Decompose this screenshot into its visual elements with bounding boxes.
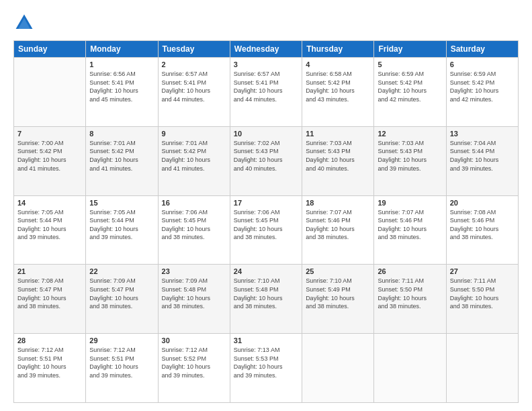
daylight-text: Daylight: 10 hoursand 39 minutes. xyxy=(17,225,82,242)
day-number: 3 xyxy=(234,60,298,68)
calendar-cell: 16Sunrise: 7:06 AMSunset: 5:45 PMDayligh… xyxy=(158,195,230,265)
daylight-text: Daylight: 10 hoursand 39 minutes. xyxy=(234,363,298,379)
day-number: 14 xyxy=(17,199,82,207)
day-number: 9 xyxy=(162,130,226,138)
sunset-text: Sunset: 5:42 PM xyxy=(89,147,154,156)
calendar-week-row-5: 28Sunrise: 7:12 AMSunset: 5:51 PMDayligh… xyxy=(14,334,519,403)
day-info: Sunrise: 7:10 AMSunset: 5:48 PMDaylight:… xyxy=(234,277,298,310)
day-info: Sunrise: 7:05 AMSunset: 5:44 PMDaylight:… xyxy=(17,208,82,242)
day-info: Sunrise: 7:09 AMSunset: 5:47 PMDaylight:… xyxy=(89,277,154,310)
calendar-cell xyxy=(446,334,518,403)
calendar-week-row-3: 14Sunrise: 7:05 AMSunset: 5:44 PMDayligh… xyxy=(14,195,519,265)
sunset-text: Sunset: 5:49 PM xyxy=(306,285,370,294)
calendar-cell: 24Sunrise: 7:10 AMSunset: 5:48 PMDayligh… xyxy=(230,265,302,334)
sunrise-text: Sunrise: 7:10 AM xyxy=(234,277,298,285)
day-info: Sunrise: 6:57 AMSunset: 5:41 PMDaylight:… xyxy=(162,70,226,103)
day-number: 17 xyxy=(234,199,298,207)
sunset-text: Sunset: 5:51 PM xyxy=(89,355,154,363)
sunrise-text: Sunrise: 6:57 AM xyxy=(162,70,226,79)
calendar-cell: 19Sunrise: 7:07 AMSunset: 5:46 PMDayligh… xyxy=(374,195,446,265)
calendar-cell: 11Sunrise: 7:03 AMSunset: 5:43 PMDayligh… xyxy=(302,126,374,195)
sunset-text: Sunset: 5:43 PM xyxy=(234,147,298,156)
day-info: Sunrise: 7:04 AMSunset: 5:44 PMDaylight:… xyxy=(450,139,515,173)
day-info: Sunrise: 7:07 AMSunset: 5:46 PMDaylight:… xyxy=(378,208,442,242)
day-number: 16 xyxy=(162,199,226,207)
daylight-text: Daylight: 10 hoursand 45 minutes. xyxy=(89,87,154,103)
sunset-text: Sunset: 5:45 PM xyxy=(234,216,298,225)
day-info: Sunrise: 7:03 AMSunset: 5:43 PMDaylight:… xyxy=(378,139,442,173)
sunrise-text: Sunrise: 7:12 AM xyxy=(89,346,154,355)
calendar-cell: 13Sunrise: 7:04 AMSunset: 5:44 PMDayligh… xyxy=(446,126,518,195)
day-info: Sunrise: 7:11 AMSunset: 5:50 PMDaylight:… xyxy=(378,277,442,310)
day-info: Sunrise: 7:12 AMSunset: 5:51 PMDaylight:… xyxy=(89,346,154,379)
calendar-cell xyxy=(374,334,446,403)
calendar-cell: 7Sunrise: 7:00 AMSunset: 5:42 PMDaylight… xyxy=(14,126,86,195)
sunrise-text: Sunrise: 7:05 AM xyxy=(89,208,154,217)
sunrise-text: Sunrise: 7:07 AM xyxy=(378,208,442,217)
day-number: 6 xyxy=(450,60,515,68)
daylight-text: Daylight: 10 hoursand 44 minutes. xyxy=(234,87,298,103)
day-number: 22 xyxy=(89,267,154,275)
calendar-cell: 20Sunrise: 7:08 AMSunset: 5:46 PMDayligh… xyxy=(446,195,518,265)
sunset-text: Sunset: 5:41 PM xyxy=(162,79,226,87)
day-number: 31 xyxy=(234,336,298,345)
day-number: 7 xyxy=(17,130,82,138)
sunset-text: Sunset: 5:46 PM xyxy=(450,216,515,225)
calendar-cell: 6Sunrise: 6:59 AMSunset: 5:42 PMDaylight… xyxy=(446,58,518,127)
day-info: Sunrise: 7:03 AMSunset: 5:43 PMDaylight:… xyxy=(306,139,370,173)
weekday-header-monday: Monday xyxy=(86,41,158,58)
day-info: Sunrise: 6:58 AMSunset: 5:42 PMDaylight:… xyxy=(306,70,370,103)
daylight-text: Daylight: 10 hoursand 39 minutes. xyxy=(89,225,154,242)
daylight-text: Daylight: 10 hoursand 38 minutes. xyxy=(234,294,298,311)
sunset-text: Sunset: 5:43 PM xyxy=(378,147,442,156)
calendar-cell: 9Sunrise: 7:01 AMSunset: 5:42 PMDaylight… xyxy=(158,126,230,195)
calendar-cell: 25Sunrise: 7:10 AMSunset: 5:49 PMDayligh… xyxy=(302,265,374,334)
daylight-text: Daylight: 10 hoursand 39 minutes. xyxy=(89,363,154,379)
daylight-text: Daylight: 10 hoursand 40 minutes. xyxy=(306,156,370,173)
calendar-cell: 10Sunrise: 7:02 AMSunset: 5:43 PMDayligh… xyxy=(230,126,302,195)
sunset-text: Sunset: 5:46 PM xyxy=(306,216,370,225)
sunrise-text: Sunrise: 7:03 AM xyxy=(378,139,442,148)
sunset-text: Sunset: 5:43 PM xyxy=(306,147,370,156)
sunrise-text: Sunrise: 7:09 AM xyxy=(162,277,226,285)
daylight-text: Daylight: 10 hoursand 38 minutes. xyxy=(378,225,442,242)
sunset-text: Sunset: 5:42 PM xyxy=(306,79,370,87)
sunset-text: Sunset: 5:44 PM xyxy=(17,216,82,225)
day-number: 20 xyxy=(450,199,515,207)
daylight-text: Daylight: 10 hoursand 38 minutes. xyxy=(378,294,442,311)
sunrise-text: Sunrise: 7:12 AM xyxy=(17,346,82,355)
daylight-text: Daylight: 10 hoursand 39 minutes. xyxy=(450,156,515,173)
calendar-cell: 15Sunrise: 7:05 AMSunset: 5:44 PMDayligh… xyxy=(86,195,158,265)
sunrise-text: Sunrise: 7:00 AM xyxy=(17,139,82,148)
day-number: 10 xyxy=(234,130,298,138)
sunrise-text: Sunrise: 7:11 AM xyxy=(378,277,442,285)
sunrise-text: Sunrise: 7:07 AM xyxy=(306,208,370,217)
day-info: Sunrise: 7:01 AMSunset: 5:42 PMDaylight:… xyxy=(89,139,154,173)
day-number: 21 xyxy=(17,267,82,275)
sunrise-text: Sunrise: 7:13 AM xyxy=(234,346,298,355)
weekday-header-sunday: Sunday xyxy=(14,41,86,58)
sunrise-text: Sunrise: 7:09 AM xyxy=(89,277,154,285)
calendar-cell: 5Sunrise: 6:59 AMSunset: 5:42 PMDaylight… xyxy=(374,58,446,127)
daylight-text: Daylight: 10 hoursand 41 minutes. xyxy=(162,156,226,173)
day-info: Sunrise: 6:59 AMSunset: 5:42 PMDaylight:… xyxy=(450,70,515,103)
calendar-cell: 26Sunrise: 7:11 AMSunset: 5:50 PMDayligh… xyxy=(374,265,446,334)
sunrise-text: Sunrise: 7:06 AM xyxy=(162,208,226,217)
sunrise-text: Sunrise: 7:06 AM xyxy=(234,208,298,217)
calendar-cell: 2Sunrise: 6:57 AMSunset: 5:41 PMDaylight… xyxy=(158,58,230,127)
calendar-week-row-2: 7Sunrise: 7:00 AMSunset: 5:42 PMDaylight… xyxy=(14,126,519,195)
sunset-text: Sunset: 5:41 PM xyxy=(89,79,154,87)
daylight-text: Daylight: 10 hoursand 42 minutes. xyxy=(450,87,515,103)
daylight-text: Daylight: 10 hoursand 38 minutes. xyxy=(450,294,515,311)
calendar-table: SundayMondayTuesdayWednesdayThursdayFrid… xyxy=(13,40,519,403)
sunrise-text: Sunrise: 7:04 AM xyxy=(450,139,515,148)
sunrise-text: Sunrise: 7:08 AM xyxy=(17,277,82,285)
page: SundayMondayTuesdayWednesdayThursdayFrid… xyxy=(0,0,532,411)
weekday-header-saturday: Saturday xyxy=(446,41,518,58)
day-info: Sunrise: 7:11 AMSunset: 5:50 PMDaylight:… xyxy=(450,277,515,310)
sunset-text: Sunset: 5:47 PM xyxy=(89,285,154,294)
day-info: Sunrise: 6:59 AMSunset: 5:42 PMDaylight:… xyxy=(378,70,442,103)
calendar-week-row-1: 1Sunrise: 6:56 AMSunset: 5:41 PMDaylight… xyxy=(14,58,519,127)
sunset-text: Sunset: 5:44 PM xyxy=(450,147,515,156)
sunrise-text: Sunrise: 6:56 AM xyxy=(89,70,154,79)
